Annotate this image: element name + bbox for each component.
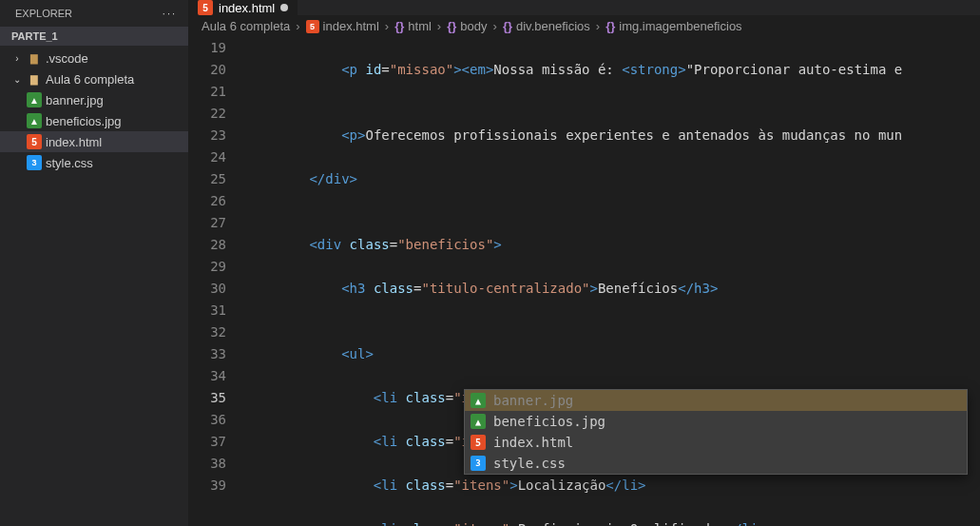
line-gutter: 1920212223242526272829303132333435363738… [188,37,245,526]
breadcrumb-item[interactable]: Aula 6 completa [202,19,290,33]
tree-item-label: banner.jpg [46,93,104,107]
tree-item-label: beneficios.jpg [46,114,122,128]
folder-open-icon: ▇ [27,71,42,87]
tree-file-index[interactable]: 5 index.html [0,131,188,152]
explorer-sidebar: EXPLORER ··· PARTE_1 › ▇ .vscode ⌄ ▇ Aul… [0,0,188,526]
breadcrumb-item[interactable]: body [460,19,487,33]
breadcrumb-item[interactable]: img.imagembeneficios [619,19,741,33]
chevron-right-icon: › [296,19,299,33]
explorer-header: EXPLORER ··· [0,0,188,27]
autocomplete-label: style.css [493,456,566,471]
editor-pane: 5 index.html Aula 6 completa › 5 index.h… [188,0,980,526]
tree-item-label: Aula 6 completa [46,72,134,87]
chevron-right-icon: › [493,19,497,33]
html-icon: 5 [471,435,486,450]
image-icon: ▲ [27,113,42,128]
css-icon: 3 [471,456,486,471]
explorer-section[interactable]: PARTE_1 [0,27,188,46]
brace-icon: {} [447,19,456,33]
tree-item-label: style.css [46,156,93,170]
image-icon: ▲ [471,414,486,429]
breadcrumb[interactable]: Aula 6 completa › 5 index.html › {} html… [188,15,980,37]
html-icon: 5 [306,20,319,33]
brace-icon: {} [503,19,512,33]
tree-file-banner[interactable]: ▲ banner.jpg [0,89,188,110]
brace-icon: {} [394,19,404,33]
image-icon: ▲ [471,393,486,408]
explorer-title: EXPLORER [15,8,72,19]
tree-folder-aula6[interactable]: ⌄ ▇ Aula 6 completa [0,68,188,89]
autocomplete-label: index.html [493,435,573,450]
tree-item-label: .vscode [46,51,88,66]
css-icon: 3 [27,155,42,170]
file-tree: › ▇ .vscode ⌄ ▇ Aula 6 completa ▲ banner… [0,46,188,173]
more-icon[interactable]: ··· [163,8,177,19]
autocomplete-label: beneficios.jpg [493,414,605,429]
chevron-right-icon: › [385,19,389,33]
autocomplete-popup[interactable]: ▲ banner.jpg ▲ beneficios.jpg 5 index.ht… [464,389,968,475]
tree-file-style[interactable]: 3 style.css [0,152,188,173]
html-icon: 5 [27,134,42,149]
autocomplete-label: banner.jpg [493,393,573,408]
tree-item-label: index.html [46,135,102,149]
tree-folder-vscode[interactable]: › ▇ .vscode [0,48,188,68]
folder-icon: ▇ [27,50,42,66]
breadcrumb-item[interactable]: index.html [323,19,379,33]
autocomplete-item[interactable]: 5 index.html [465,432,967,453]
tree-file-beneficios[interactable]: ▲ beneficios.jpg [0,110,188,131]
tab-label: index.html [219,1,275,15]
chevron-right-icon: › [11,53,23,64]
chevron-right-icon: › [437,19,441,33]
image-icon: ▲ [27,92,42,107]
tab-index-html[interactable]: 5 index.html [188,0,298,15]
chevron-down-icon: ⌄ [11,74,23,85]
autocomplete-item[interactable]: ▲ beneficios.jpg [465,411,967,432]
code-area[interactable]: 1920212223242526272829303132333435363738… [188,37,980,526]
autocomplete-item[interactable]: ▲ banner.jpg [465,390,967,411]
breadcrumb-item[interactable]: html [408,19,432,33]
html-icon: 5 [198,0,213,15]
autocomplete-item[interactable]: 3 style.css [465,453,967,474]
chevron-right-icon: › [596,19,600,33]
tab-bar: 5 index.html [188,0,980,15]
breadcrumb-item[interactable]: div.beneficios [516,19,590,33]
modified-indicator-icon [280,4,288,11]
brace-icon: {} [605,19,615,33]
